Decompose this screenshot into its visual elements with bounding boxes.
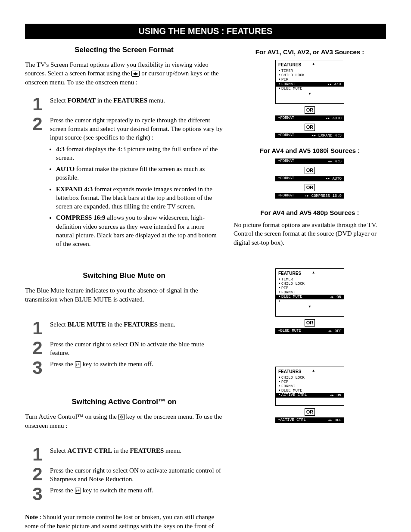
intro-format: The TV's Screen Format options allow you…	[25, 60, 223, 87]
step-number: 1	[25, 319, 50, 337]
strip-bluemute-off: • BLUE MUTE◂▸ OFF	[275, 328, 344, 334]
strip-format-43: • FORMAT◂▸ 4:3	[275, 159, 344, 164]
intro-activectrl: Turn Active Control™ on using the ⊘ key …	[25, 412, 223, 430]
bullet: EXPAND 4:3 format expands movie images r…	[56, 185, 223, 211]
or-label: OR	[305, 124, 315, 131]
left-column: Selecting the Screen Format The TV's Scr…	[25, 46, 223, 532]
note: Note : Should your remote control be los…	[25, 513, 223, 532]
features-panel-format: ▲ FEATURES •TIMER •CHILD LOCK •PIP •FORM…	[275, 60, 344, 104]
section-title-bluemute: Switching Blue Mute on	[25, 271, 223, 280]
step-number: 3	[25, 359, 50, 377]
section-title-format: Selecting the Screen Format	[25, 46, 223, 54]
strip-format-compress: • FORMAT◂▸ COMPRESS 16:9	[275, 193, 344, 199]
step-3: 3 Press the i+ key to switch the menu of…	[25, 359, 223, 377]
bullet: COMPRESS 16:9 allows you to show widescr…	[56, 213, 223, 248]
step-2: 2 Press the cursor right to select ON to…	[25, 465, 223, 484]
step-number: 2	[25, 339, 50, 358]
step-number: 2	[25, 465, 50, 484]
step-number: 3	[25, 485, 50, 503]
or-label: OR	[305, 184, 315, 191]
step-2: 2 Press the cursor right to select ON to…	[25, 339, 223, 358]
step-1: 1 Select FORMAT in the FEATURES menu.	[25, 95, 223, 113]
intro-bluemute: The Blue Mute feature indicates to you t…	[25, 286, 223, 304]
bullet: AUTO format make the picture fill the sc…	[56, 165, 223, 182]
step-number: 2	[25, 115, 50, 251]
active-ctrl-icon: ⊘	[118, 414, 125, 420]
right-title-av123: For AV1, CVI, AV2, or AV3 Sources :	[234, 48, 386, 56]
step-number: 1	[25, 95, 50, 113]
or-label: OR	[305, 319, 315, 327]
strip-format-auto: • FORMAT◂▸ AUTO	[275, 176, 344, 181]
features-panel-bluemute: ▲ FEATURES •TIMER •CHILD LOCK •PIP •FORM…	[275, 268, 344, 317]
right-body-480p: No picture format options are available …	[234, 221, 386, 247]
info-icon: i+	[75, 361, 81, 367]
or-label: OR	[305, 106, 315, 114]
right-column: For AV1, CVI, AV2, or AV3 Sources : ▲ FE…	[234, 46, 386, 532]
or-label: OR	[305, 408, 315, 416]
features-panel-activectrl: ▲ FEATURES •CHILD LOCK •PIP •FORMAT •BLU…	[275, 367, 344, 406]
step-1: 1 Select ACTIVE CTRL in the FEATURES men…	[25, 445, 223, 464]
info-icon: i+	[75, 488, 81, 494]
step-1: 1 Select BLUE MUTE in the FEATURES menu.	[25, 319, 223, 337]
cursor-icon: ◀▸	[131, 71, 140, 77]
right-title-1080i: For AV4 and AV5 1080i Sources :	[234, 147, 386, 154]
step-number: 1	[25, 445, 50, 464]
right-title-480p: For AV4 and AV5 480p Sources :	[234, 209, 386, 216]
strip-format-expand: • FORMAT◂▸ EXPAND 4:3	[275, 133, 344, 138]
strip-activectrl-off: • ACTIVE CTRL◂▸ OFF	[275, 417, 344, 423]
section-title-activectrl: Switching Active Control™ on	[25, 398, 223, 406]
page-banner: USING THE MENUS : FEATURES	[25, 24, 386, 39]
step-3: 3 Press the i+ key to switch the menu of…	[25, 485, 223, 503]
strip-format-auto: • FORMAT◂▸ AUTO	[275, 115, 344, 121]
or-label: OR	[305, 167, 315, 174]
step-2: 2 Press the cursor right repeatedly to c…	[25, 115, 223, 251]
bullet: 4:3 format displays the 4:3 picture usin…	[56, 145, 223, 162]
